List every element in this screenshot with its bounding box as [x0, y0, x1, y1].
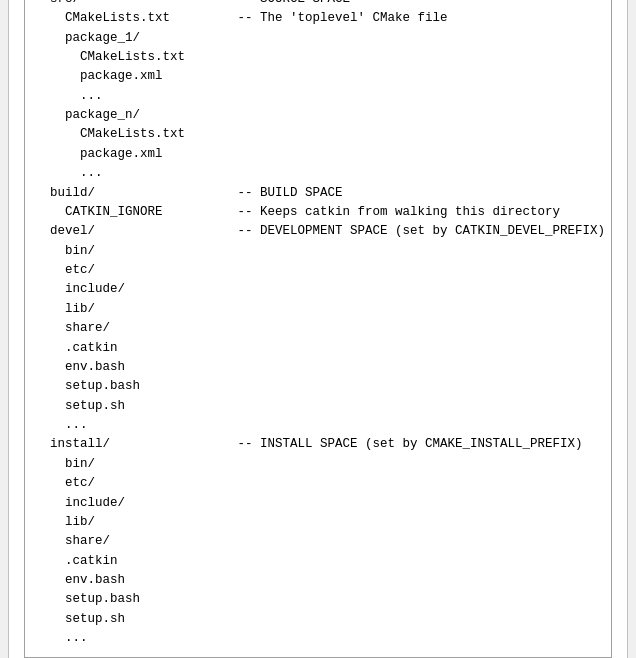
main-container: workspace_folder/ -- WORKSPACE src/ -- S… — [8, 0, 628, 658]
code-block: workspace_folder/ -- WORKSPACE src/ -- S… — [24, 0, 612, 658]
